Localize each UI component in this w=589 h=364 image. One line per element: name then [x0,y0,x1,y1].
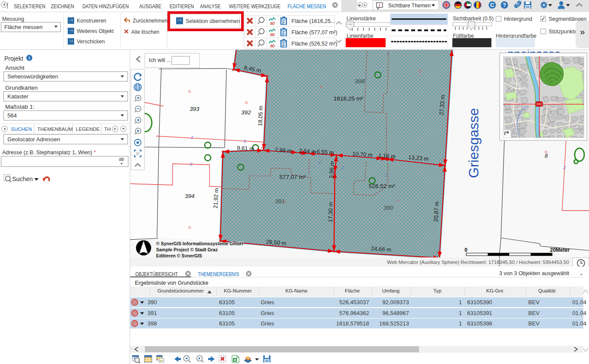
svg-text:398: 398 [355,78,365,84]
svg-text:Z: Z [190,162,193,166]
svg-text:21,92 m: 21,92 m [212,188,219,208]
svg-text:Fläche (1616,25...: Fläche (1616,25... [291,18,335,24]
svg-text:Z: Z [318,160,321,165]
svg-text:3D: 3D [270,32,275,37]
svg-text:390: 390 [383,205,393,211]
svg-text:17,30 m: 17,30 m [327,202,334,222]
svg-text:Z: Z [563,166,566,170]
svg-text:Z: Z [190,135,193,140]
svg-text:8: 8 [545,153,548,159]
svg-text:1616,25 m²: 1616,25 m² [334,95,363,102]
svg-text:Ich will ...: Ich will ... [149,57,171,63]
svg-text:i: i [379,3,380,7]
svg-text:391: 391 [275,198,285,205]
svg-text:Fläche (526,52 m²): Fläche (526,52 m²) [291,41,337,47]
svg-text:526,52 m²: 526,52 m² [369,183,395,189]
svg-text:9,61 m: 9,61 m [237,145,254,152]
svg-text:577,07 m²: 577,07 m² [279,174,306,180]
svg-text:C: C [490,2,494,8]
svg-text:© SynerGIS Informationssysteme: © SynerGIS Informationssysteme GmbH [156,241,243,246]
svg-text:3,96 m: 3,96 m [328,161,335,179]
svg-text:Editieren © SynerGIS: Editieren © SynerGIS [156,253,202,257]
svg-text:Fläche (577,07 m²): Fläche (577,07 m²) [291,29,337,36]
svg-text:3D: 3D [270,44,275,48]
svg-text:Griesgasse: Griesgasse [466,108,481,178]
svg-text:20Meter: 20Meter [550,247,570,253]
svg-text:Z: Z [243,139,246,143]
svg-text:393: 393 [190,106,200,112]
svg-text:0: 0 [465,247,468,253]
svg-text:24,66 m: 24,66 m [371,245,392,253]
svg-text:Z: Z [341,166,344,170]
svg-text:20,87 m: 20,87 m [432,201,440,222]
svg-text:3D: 3D [270,21,275,26]
svg-text:2,54 m: 2,54 m [299,147,317,155]
svg-text:1,16 m: 1,16 m [378,152,396,160]
svg-text:6,55 m: 6,55 m [317,148,334,156]
svg-text:i: i [29,55,30,60]
svg-text:18,05 m: 18,05 m [257,106,264,126]
svg-text:394: 394 [185,193,195,199]
svg-text:?: ? [503,2,506,8]
svg-text:392: 392 [241,109,251,116]
svg-text:7,98 m: 7,98 m [275,146,292,154]
svg-text:Sample Project © Stadt Graz: Sample Project © Stadt Graz [156,247,218,252]
